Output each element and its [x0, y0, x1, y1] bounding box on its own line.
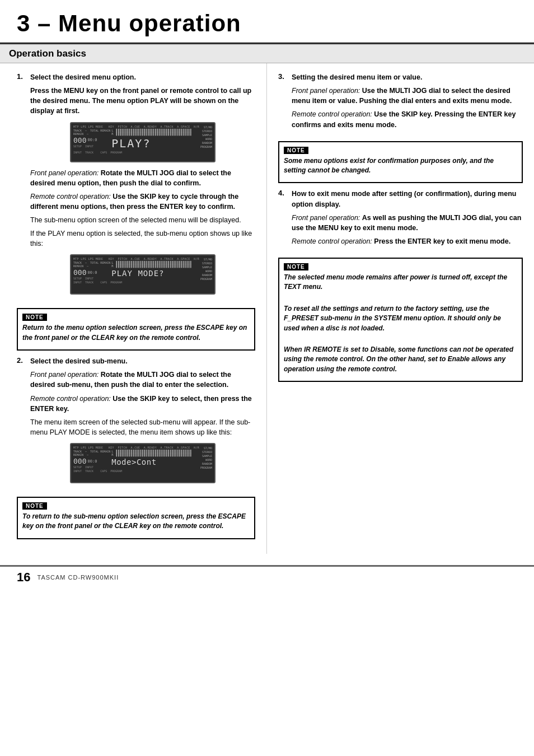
- page-title: 3 – Menu operation: [17, 10, 517, 37]
- footer-page-number: 16: [17, 570, 30, 585]
- display-1-mid: TRACK — TOTAL REMAIN REMAIN — 000 00:0 S…: [73, 129, 212, 150]
- step-1-para-panel-press-text: Press the MENU key on the front panel or…: [30, 87, 251, 115]
- step-3: 3. Setting the desired menu item or valu…: [278, 72, 523, 133]
- display-3-big: Mode>Cont: [111, 458, 156, 466]
- left-column: 1. Select the desired menu option. Press…: [0, 63, 267, 554]
- step-1-number: 1.: [17, 72, 27, 300]
- note-1: NOTE Return to the menu option selection…: [17, 308, 255, 351]
- display-3: MTP LPS LPS MODE KEY PITCH A.CUE A.READY…: [70, 443, 216, 483]
- step-4-rc: Remote control operation: Press the ENTE…: [292, 236, 523, 246]
- note-4-line1: The selected menu mode remains after pow…: [284, 273, 517, 292]
- step-1-para-panel-press: Press the MENU key on the front panel or…: [30, 86, 255, 116]
- step-1-play: If the PLAY menu option is selected, the…: [30, 228, 255, 249]
- step-3-number: 3.: [278, 72, 288, 133]
- note-2-label: NOTE: [22, 502, 47, 510]
- step-4: 4. How to exit menu mode after setting (…: [278, 189, 523, 250]
- display-2: MTP LPS LPS MODE KEY PITCH A.CUE A.READY…: [70, 254, 216, 295]
- step-4-number: 4.: [278, 189, 288, 250]
- note-4-line3: When IR REMOTE is set to Disable, some f…: [284, 345, 517, 374]
- step-4-fp: Front panel operation: As well as pushin…: [292, 213, 523, 233]
- step-3-fp: Front panel operation: Use the MULTI JOG…: [292, 86, 523, 106]
- note-4: NOTE The selected menu mode remains afte…: [278, 258, 523, 382]
- note-2: NOTE To return to the sub-menu option se…: [17, 497, 255, 539]
- display-1-top: MTP LPS LPS MODE KEY PITCH A.CUE A.READY…: [73, 125, 212, 128]
- note-1-text: Return to the menu option selection scre…: [22, 323, 250, 343]
- note-3-label: NOTE: [284, 147, 308, 154]
- step-3-body: Setting the desired menu item or value. …: [292, 72, 523, 133]
- step-1-body: Select the desired menu option. Press th…: [30, 72, 255, 300]
- section-header: Operation basics: [0, 44, 534, 63]
- right-column: 3. Setting the desired menu item or valu…: [267, 63, 534, 554]
- step-1-fp: Front panel operation: Rotate the MULTI …: [30, 168, 255, 188]
- step-2-title: Select the desired sub-menu.: [30, 356, 255, 366]
- step-1-rc: Remote control operation: Use the SKIP k…: [30, 192, 255, 212]
- note-3-text: Some menu options exist for confirmation…: [284, 156, 517, 176]
- step-3-title: Setting the desired menu item or value.: [292, 72, 523, 82]
- note-1-label: NOTE: [22, 314, 47, 321]
- step-2-appear: The menu item screen of the selected sub…: [30, 417, 255, 437]
- step-2-body: Select the desired sub-menu. Front panel…: [30, 356, 255, 489]
- step-1: 1. Select the desired menu option. Press…: [17, 72, 255, 300]
- step-2-rc: Remote control operation: Use the SKIP k…: [30, 394, 255, 414]
- step-1-title: Select the desired menu option.: [30, 72, 255, 82]
- note-4-line2: To reset all the settings and return to …: [284, 304, 517, 333]
- footer-brand: TASCAM CD-RW900MKII: [37, 574, 119, 581]
- display-1-bottom: INPUT TRACK CAPS PROGRAM: [73, 151, 212, 154]
- step-2-fp: Front panel operation: Rotate the MULTI …: [30, 370, 255, 390]
- note-4-label: NOTE: [284, 263, 308, 270]
- display-2-big: PLAY MODE?: [111, 269, 164, 278]
- display-1: MTP LPS LPS MODE KEY PITCH A.CUE A.READY…: [70, 122, 216, 162]
- note-2-text: To return to the sub-menu option selecti…: [22, 512, 250, 531]
- content-area: 1. Select the desired menu option. Press…: [0, 63, 534, 554]
- display-1-big: PLAY?: [111, 137, 151, 150]
- step-1-submenu: The sub-menu option screen of the select…: [30, 215, 255, 225]
- page-footer: 16 TASCAM CD-RW900MKII: [0, 565, 534, 588]
- step-3-rc: Remote control operation: Use the SKIP k…: [292, 109, 523, 129]
- step-4-title: How to exit menu mode after setting (or …: [292, 189, 523, 209]
- step-4-body: How to exit menu mode after setting (or …: [292, 189, 523, 250]
- step-2-number: 2.: [17, 356, 27, 489]
- step-2: 2. Select the desired sub-menu. Front pa…: [17, 356, 255, 489]
- note-3: NOTE Some menu options exist for confirm…: [278, 141, 523, 184]
- section-title: Operation basics: [9, 48, 86, 59]
- page-header: 3 – Menu operation: [0, 0, 534, 44]
